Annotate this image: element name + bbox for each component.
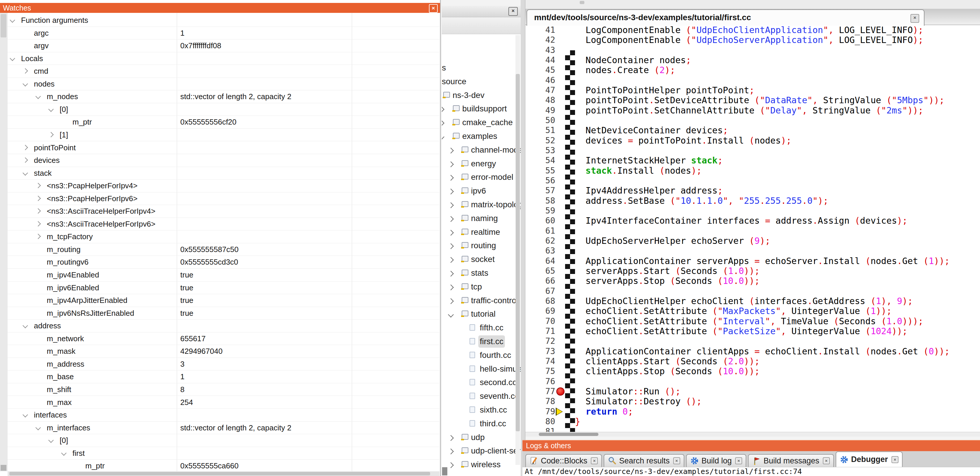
tree-item-third-cc[interactable]: third.cc [442,418,521,431]
editor-horizontal-scrollbar[interactable] [525,432,980,436]
watch-row[interactable]: m_tcpFactory [8,230,439,243]
line-number[interactable]: 57 [525,186,555,196]
watch-row[interactable]: m_routingv60x5555555cd3c0 [8,256,439,269]
line-number[interactable]: 62 [525,236,555,246]
watch-row[interactable]: argv0x7fffffffdf08 [8,40,439,52]
line-number[interactable]: 41 [525,25,555,35]
watch-row[interactable]: [0] [8,434,439,447]
watch-row[interactable]: m_ptr0x5555555ca660 [8,460,439,471]
tree-item-source[interactable]: source [442,76,521,89]
tree-item-tools[interactable]: tools [442,62,521,75]
watch-row[interactable]: m_nodesstd::vector of length 2, capacity… [8,90,439,103]
tree-item-fifth-cc[interactable]: fifth.cc [442,322,521,335]
chevron-down-icon[interactable] [22,412,28,417]
line-number[interactable]: 60 [525,216,555,226]
watch-row[interactable]: Function arguments [8,14,439,27]
watch-row[interactable]: [0] [8,103,439,116]
line-number[interactable]: 70 [525,316,555,326]
chevron-right-icon[interactable] [448,216,454,222]
code-line[interactable]: serverApps.Start (Seconds (1.0)); [575,266,760,276]
line-number[interactable]: 55 [525,166,555,176]
scrollbar-thumb[interactable] [516,74,520,431]
tree-item-routing[interactable]: routing [442,240,521,252]
panel-header[interactable]: × [442,6,521,17]
chevron-right-icon[interactable] [35,196,41,201]
close-icon[interactable]: × [508,7,518,16]
code-line[interactable]: echoClient.SetAttribute ("MaxPackets", U… [575,306,892,316]
chevron-down-icon[interactable] [448,311,454,318]
chevron-right-icon[interactable] [35,221,41,226]
tree-item-naming[interactable]: naming [442,212,521,225]
chevron-right-icon[interactable] [448,435,454,441]
chevron-right-icon[interactable] [22,157,28,163]
chevron-right-icon[interactable] [22,145,28,150]
watch-row[interactable]: argc1 [8,27,439,40]
chevron-right-icon[interactable] [448,298,454,304]
logs-tab-debugger[interactable]: Debugger× [836,452,902,467]
code-line[interactable]: clientApps.Start (Seconds (2.0)); [575,356,760,366]
chevron-down-icon[interactable] [22,323,28,328]
chevron-down-icon[interactable] [35,94,41,99]
line-number[interactable]: 49 [525,105,555,115]
line-number[interactable]: 52 [525,136,555,145]
line-number[interactable]: 71 [525,326,555,336]
chevron-right-icon[interactable] [22,68,28,73]
close-icon[interactable]: × [891,456,899,463]
watches-titlebar[interactable]: Watches × [0,3,440,13]
chevron-right-icon[interactable] [448,161,454,167]
code-line[interactable]: Simulator::Destroy (); [575,396,702,406]
line-number[interactable]: 56 [525,176,555,186]
line-number[interactable]: 81 [525,426,555,432]
chevron-down-icon[interactable] [22,81,28,86]
chevron-right-icon[interactable] [448,257,454,263]
code-line[interactable]: address.SetBase ("10.1.1.0", "255.255.25… [575,196,828,206]
chevron-right-icon[interactable] [35,234,41,239]
code-line[interactable]: Ipv4InterfaceContainer interfaces = addr… [575,216,908,226]
code-line[interactable]: UdpEchoClientHelper echoClient (interfac… [575,296,913,306]
tree-item-tutorial[interactable]: tutorial [442,308,521,321]
line-number[interactable]: 78 [525,396,555,406]
chevron-right-icon[interactable] [442,106,444,112]
watch-row[interactable]: m_mask4294967040 [8,345,439,358]
watch-row[interactable]: m_base1 [8,371,439,383]
code-area[interactable]: 4142434445464748495051525354555657585960… [525,25,980,432]
watch-row[interactable]: <ns3::AsciiTraceHelperForIpv4> [8,205,439,218]
chevron-down-icon[interactable] [48,106,54,112]
line-number[interactable]: 46 [525,75,555,85]
chevron-right-icon[interactable] [448,449,454,454]
code-line[interactable]: pointToPoint.SetDeviceAttribute ("DataRa… [575,95,944,105]
logs-tab-build-log[interactable]: Build log× [686,454,746,467]
watch-row[interactable]: nodes [8,78,439,91]
line-number[interactable]: 42 [525,35,555,45]
chevron-down-icon[interactable] [48,438,54,442]
code-line[interactable]: echoClient.SetAttribute ("Interval", Tim… [575,316,923,326]
tree-item-realtime[interactable]: realtime [442,226,521,239]
code-line[interactable]: ApplicationContainer serverApps = echoSe… [575,256,950,266]
tree-item-second-cc[interactable]: second.cc [442,377,521,390]
chevron-down-icon[interactable] [442,134,444,140]
watch-row[interactable]: m_ptr0x55555556cf20 [8,116,439,129]
line-number[interactable]: 61 [525,226,555,236]
watch-row[interactable]: m_network655617 [8,332,439,345]
line-number[interactable]: 45 [525,65,555,75]
line-number[interactable]: 76 [525,377,555,387]
scrollbar-thumb[interactable] [539,433,598,436]
tree-item-matrix-topology[interactable]: matrix-topology [442,199,521,212]
watches-horizontal-scrollbar[interactable] [8,471,439,476]
watch-row[interactable]: <ns3::AsciiTraceHelperForIpv6> [8,218,439,231]
chevron-right-icon[interactable] [48,132,54,137]
code-line[interactable]: Ipv4AddressHelper address; [575,186,723,196]
code-line[interactable]: return 0; [575,407,633,417]
splitter-handle[interactable] [580,1,584,4]
tree-item-channel-models[interactable]: channel-models [442,144,521,157]
code-line[interactable]: NetDeviceContainer devices; [575,125,728,135]
line-number[interactable]: 77 [525,387,555,396]
tree-item-ipv6[interactable]: ipv6 [442,185,521,198]
code-line[interactable]: devices = pointToPoint.Install (nodes); [575,136,792,145]
watch-row[interactable]: m_routing0x555555587c50 [8,243,439,256]
line-number[interactable]: 73 [525,347,555,356]
scrollbar-thumb[interactable] [10,472,430,475]
line-number[interactable]: 63 [525,246,555,256]
watch-row[interactable]: m_ipv4Enabledtrue [8,269,439,281]
code-line[interactable]: } [575,417,580,426]
